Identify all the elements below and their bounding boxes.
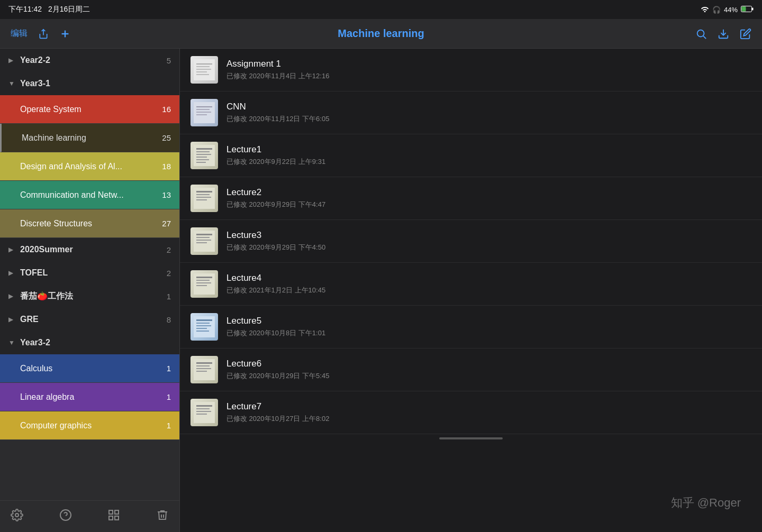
svg-rect-52 <box>196 325 211 326</box>
main-content: ▶ Year2-2 5 ▼ Year3-1 Operate System 16 … <box>0 49 762 532</box>
file-thumbnail <box>190 142 218 169</box>
add-button[interactable] <box>59 28 71 40</box>
file-thumbnail <box>190 313 218 341</box>
svg-rect-28 <box>196 148 212 150</box>
battery-icon <box>741 6 754 14</box>
sidebar-item-tomato[interactable]: ▶ 番茄🍅工作法 1 <box>0 285 179 308</box>
share-button[interactable] <box>38 29 49 39</box>
svg-rect-46 <box>196 280 210 281</box>
status-bar-right: 🎧 44% <box>701 6 754 14</box>
settings-button[interactable] <box>11 509 23 524</box>
trash-button[interactable] <box>156 509 169 524</box>
svg-rect-42 <box>196 240 211 241</box>
list-item[interactable]: Lecture3 已修改 2020年9月29日 下午4:50 <box>180 220 762 263</box>
svg-rect-53 <box>196 328 207 329</box>
status-bar-left: 下午11:42 2月16日周二 <box>8 5 90 14</box>
time: 下午11:42 <box>8 5 42 14</box>
file-info: Lecture4 已修改 2021年1月2日 上午10:45 <box>226 273 751 295</box>
svg-rect-30 <box>196 154 211 155</box>
sidebar-footer <box>0 500 179 532</box>
svg-rect-62 <box>196 408 210 409</box>
grid-button[interactable] <box>107 509 120 524</box>
chevron-down-icon: ▼ <box>8 339 15 346</box>
svg-rect-64 <box>196 414 207 415</box>
sidebar-item-communication[interactable]: Communication and Netw... 13 <box>0 181 179 209</box>
svg-rect-33 <box>196 162 206 163</box>
svg-rect-35 <box>196 191 212 192</box>
file-info: Lecture5 已修改 2020年10月8日 下午1:01 <box>226 316 751 338</box>
list-item[interactable]: Lecture6 已修改 2020年10月29日 下午5:45 <box>180 348 762 391</box>
svg-point-9 <box>15 513 19 517</box>
list-item[interactable]: Lecture5 已修改 2020年10月8日 下午1:01 <box>180 306 762 348</box>
edit-button[interactable]: 编辑 <box>11 28 28 39</box>
chevron-down-icon: ▼ <box>8 80 15 87</box>
svg-rect-21 <box>196 74 209 75</box>
sidebar-item-calculus[interactable]: Calculus 1 <box>0 354 179 383</box>
list-item[interactable]: Lecture7 已修改 2020年10月27日 上午8:02 <box>180 391 762 434</box>
download-button[interactable] <box>718 28 729 40</box>
svg-rect-13 <box>115 510 119 514</box>
toolbar-left: 编辑 <box>11 28 71 40</box>
file-info: Assignment 1 已修改 2020年11月4日 上午12:16 <box>226 59 751 81</box>
svg-rect-15 <box>115 516 119 520</box>
sidebar-item-tofel[interactable]: ▶ TOFEL 2 <box>0 261 179 285</box>
sidebar-item-operate-system[interactable]: Operate System 16 <box>0 95 179 124</box>
sidebar: ▶ Year2-2 5 ▼ Year3-1 Operate System 16 … <box>0 49 180 532</box>
chevron-right-icon: ▶ <box>8 269 15 277</box>
svg-rect-25 <box>196 112 211 113</box>
list-item[interactable]: Lecture4 已修改 2021年1月2日 上午10:45 <box>180 263 762 306</box>
file-thumbnail <box>190 227 218 255</box>
toolbar: 编辑 Machine learning <box>0 19 762 49</box>
chevron-right-icon: ▶ <box>8 292 15 300</box>
svg-rect-59 <box>196 371 207 372</box>
sidebar-item-computer-graphics[interactable]: Computer graphics 1 <box>0 411 179 440</box>
page-title: Machine learning <box>338 27 424 40</box>
svg-rect-58 <box>196 368 211 369</box>
sidebar-item-design-analysis[interactable]: Design and Analysis of Al... 18 <box>0 152 179 181</box>
chevron-right-icon: ▶ <box>8 246 15 253</box>
file-thumbnail <box>190 270 218 298</box>
svg-rect-12 <box>109 510 113 514</box>
sidebar-item-gre[interactable]: ▶ GRE 8 <box>0 308 179 331</box>
file-info: Lecture6 已修改 2020年10月29日 下午5:45 <box>226 359 751 381</box>
svg-rect-63 <box>196 411 211 412</box>
svg-rect-2 <box>752 7 754 10</box>
sidebar-item-year2-2[interactable]: ▶ Year2-2 5 <box>0 49 179 72</box>
list-item[interactable]: Lecture2 已修改 2020年9月29日 下午4:47 <box>180 177 762 220</box>
sidebar-item-discrete-structures[interactable]: Discrete Structures 27 <box>0 209 179 238</box>
svg-rect-17 <box>196 63 212 65</box>
file-info: Lecture2 已修改 2020年9月29日 下午4:47 <box>226 187 751 209</box>
svg-rect-43 <box>196 242 207 243</box>
sidebar-item-machine-learning[interactable]: Machine learning 25 <box>0 124 179 152</box>
file-info: Lecture1 已修改 2020年9月22日 上午9:31 <box>226 144 751 167</box>
search-button[interactable] <box>695 28 707 40</box>
svg-rect-23 <box>196 106 212 107</box>
file-list: Assignment 1 已修改 2020年11月4日 上午12:16 CNN … <box>180 49 762 532</box>
file-info: Lecture3 已修改 2020年9月29日 下午4:50 <box>226 230 751 252</box>
sidebar-item-linear-algebra[interactable]: Linear algebra 1 <box>0 383 179 411</box>
headphone-icon: 🎧 <box>712 6 721 14</box>
battery-text: 44% <box>724 6 738 14</box>
list-item[interactable]: Lecture1 已修改 2020年9月22日 上午9:31 <box>180 134 762 177</box>
svg-rect-36 <box>196 194 210 195</box>
sidebar-item-year3-1[interactable]: ▼ Year3-1 <box>0 72 179 95</box>
list-item[interactable]: CNN 已修改 2020年11月12日 下午6:05 <box>180 91 762 134</box>
svg-rect-19 <box>196 69 211 70</box>
svg-rect-1 <box>742 6 746 11</box>
svg-rect-56 <box>196 362 212 364</box>
svg-line-7 <box>703 36 706 39</box>
edit-note-button[interactable] <box>740 28 751 40</box>
svg-rect-47 <box>196 282 211 283</box>
svg-rect-57 <box>196 365 210 366</box>
sidebar-item-2020summer[interactable]: ▶ 2020Summer 2 <box>0 238 179 261</box>
chevron-right-icon: ▶ <box>8 57 15 64</box>
scroll-indicator <box>180 434 762 443</box>
svg-rect-38 <box>196 199 207 200</box>
file-info: CNN 已修改 2020年11月12日 下午6:05 <box>226 102 751 124</box>
sidebar-item-year3-2[interactable]: ▼ Year3-2 <box>0 331 179 354</box>
list-item[interactable]: Assignment 1 已修改 2020年11月4日 上午12:16 <box>180 49 762 91</box>
svg-rect-40 <box>196 234 212 235</box>
file-thumbnail <box>190 356 218 383</box>
help-button[interactable] <box>59 509 72 524</box>
svg-rect-61 <box>196 405 212 407</box>
